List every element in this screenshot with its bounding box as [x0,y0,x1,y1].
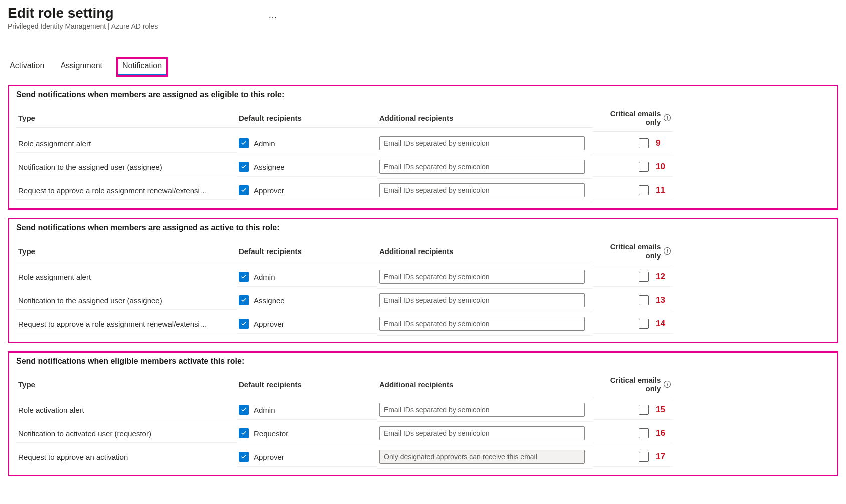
row-type: Role activation alert [16,401,237,419]
notification-section: Send notifications when eligible members… [8,351,838,476]
row-additional-recipients [377,312,593,336]
recipient-label: Approver [254,320,284,328]
critical-checkbox[interactable] [639,138,649,148]
row-additional-recipients [377,132,593,155]
info-icon[interactable]: i [664,114,671,121]
row-critical: 17 [593,447,673,467]
recipient-label: Assignee [254,163,285,171]
tabs-container: Activation Assignment Notification [8,58,838,76]
breadcrumb: Privileged Identity Management | Azure A… [8,22,838,30]
row-additional-recipients [377,265,593,289]
row-type: Role assignment alert [16,268,237,286]
col-type: Type [16,242,237,261]
row-additional-recipients [377,398,593,422]
row-type: Request to approve a role assignment ren… [16,182,237,200]
row-default-recipient: Approver [237,181,377,200]
recipient-checkbox[interactable] [239,272,249,282]
additional-recipients-input[interactable] [379,136,585,150]
row-critical: 16 [593,424,673,443]
row-additional-recipients [377,422,593,445]
critical-checkbox[interactable] [639,428,649,438]
recipient-checkbox[interactable] [239,138,249,148]
row-critical: 12 [593,267,673,287]
additional-recipients-input[interactable] [379,293,585,307]
col-default-recipients: Default recipients [237,242,377,261]
additional-recipients-input[interactable] [379,403,585,417]
critical-checkbox[interactable] [639,405,649,415]
recipient-checkbox[interactable] [239,428,249,438]
row-type: Notification to the assigned user (assig… [16,158,237,176]
critical-checkbox[interactable] [639,185,649,195]
annotation-number: 11 [656,185,668,195]
recipient-label: Assignee [254,296,285,305]
notification-grid: TypeDefault recipientsAdditional recipie… [16,371,830,469]
annotation-number: 10 [656,162,668,172]
tab-activation[interactable]: Activation [9,58,45,76]
annotation-number: 15 [656,405,668,415]
row-default-recipient: Admin [237,134,377,153]
col-type: Type [16,375,237,394]
row-type: Request to approve a role assignment ren… [16,315,237,333]
row-critical: 9 [593,134,673,153]
row-critical: 15 [593,400,673,420]
row-default-recipient: Assignee [237,291,377,310]
critical-checkbox[interactable] [639,162,649,172]
critical-checkbox[interactable] [639,452,649,462]
row-default-recipient: Approver [237,447,377,467]
recipient-label: Approver [254,186,284,195]
row-critical: 13 [593,291,673,310]
annotation-number: 13 [656,295,668,305]
notification-section: Send notifications when members are assi… [8,218,838,343]
tab-assignment[interactable]: Assignment [59,58,103,76]
row-default-recipient: Admin [237,267,377,287]
row-critical: 14 [593,314,673,334]
row-additional-recipients [377,155,593,179]
notification-section: Send notifications when members are assi… [8,85,838,210]
recipient-label: Admin [254,406,275,414]
recipient-checkbox[interactable] [239,295,249,305]
row-type: Notification to activated user (requesto… [16,425,237,443]
row-default-recipient: Assignee [237,157,377,177]
additional-recipients-input[interactable] [379,183,585,197]
col-additional-recipients: Additional recipients [377,242,593,261]
row-default-recipient: Admin [237,400,377,420]
row-default-recipient: Approver [237,314,377,334]
recipient-label: Admin [254,139,275,148]
recipient-checkbox[interactable] [239,319,249,329]
col-type: Type [16,109,237,128]
recipient-checkbox[interactable] [239,452,249,462]
info-icon[interactable]: i [664,381,671,388]
section-title: Send notifications when members are assi… [16,90,830,99]
info-icon[interactable]: i [664,247,671,255]
section-title: Send notifications when members are assi… [16,223,830,232]
row-default-recipient: Requestor [237,424,377,443]
recipient-checkbox[interactable] [239,405,249,415]
row-critical: 10 [593,157,673,177]
recipient-checkbox[interactable] [239,185,249,195]
col-critical-emails: Critical emails onlyi [593,237,673,265]
row-additional-recipients [377,179,593,202]
page-title: Edit role setting [8,5,838,21]
annotation-number: 9 [656,138,668,148]
row-type: Role assignment alert [16,135,237,153]
critical-checkbox[interactable] [639,272,649,282]
row-type: Notification to the assigned user (assig… [16,292,237,310]
additional-recipients-input[interactable] [379,317,585,331]
col-critical-emails: Critical emails onlyi [593,104,673,132]
critical-checkbox[interactable] [639,319,649,329]
recipient-label: Admin [254,273,275,281]
row-additional-recipients [377,289,593,312]
notification-grid: TypeDefault recipientsAdditional recipie… [16,104,830,202]
additional-recipients-input[interactable] [379,270,585,284]
tab-notification[interactable]: Notification [117,58,167,76]
additional-recipients-input[interactable] [379,160,585,174]
additional-recipients-input[interactable] [379,426,585,440]
recipient-label: Requestor [254,429,288,438]
recipient-checkbox[interactable] [239,162,249,172]
col-default-recipients: Default recipients [237,109,377,128]
row-critical: 11 [593,181,673,200]
annotation-number: 16 [656,428,668,438]
more-icon[interactable]: … [268,10,277,20]
section-title: Send notifications when eligible members… [16,357,830,366]
critical-checkbox[interactable] [639,295,649,305]
